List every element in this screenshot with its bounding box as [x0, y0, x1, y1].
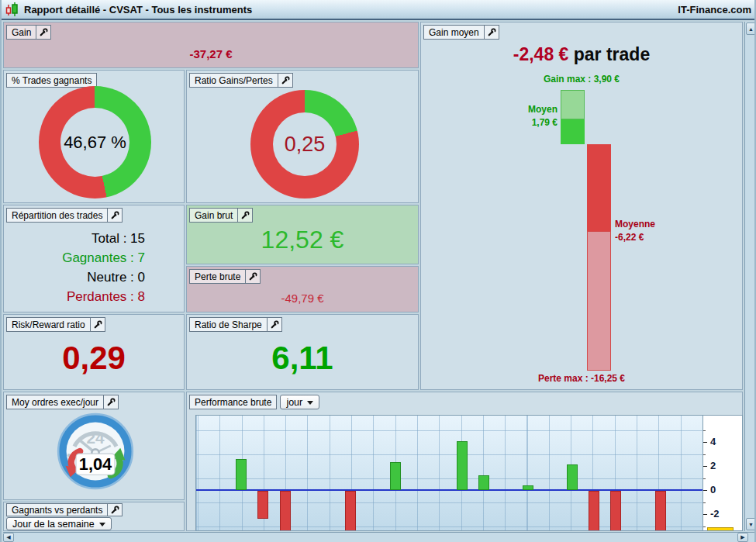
axis-label: 4	[710, 436, 716, 447]
ratio-panel-title: Ratio Gains/Pertes	[189, 73, 278, 88]
perf-bar	[589, 491, 599, 531]
wrench-icon	[110, 211, 119, 220]
repartition-row: Total : 15	[4, 229, 184, 248]
window-title: Rapport détaillé - CVSAT - Tous les inst…	[24, 4, 252, 16]
wrench-icon	[110, 506, 119, 515]
perte-moyenne-bar-segment	[587, 144, 611, 231]
gain-max-label: Gain max : 3,90 €	[421, 74, 742, 85]
wrench-icon	[248, 272, 257, 281]
gagnants-vs-settings-button[interactable]	[107, 503, 123, 516]
axis-label: -2	[710, 508, 720, 520]
perf-bar	[345, 491, 356, 531]
gagnants-vs-perdants-panel-title: Gagnants vs perdants	[6, 503, 108, 516]
risk-reward-panel: Risk/Reward ratio 0,29	[3, 314, 185, 390]
moy-ordres-panel-title: Moy ordres exec/jour	[6, 395, 104, 409]
repartition-panel-title: Répartition des trades	[6, 208, 108, 223]
performance-period-dropdown[interactable]: jour	[280, 395, 319, 409]
gain-brut-value: 12,52 €	[261, 226, 344, 254]
pct-trades-value: 46,67 %	[39, 86, 151, 199]
moyen-label-block: Moyen 1,79 €	[421, 103, 558, 129]
axis-minor-tick	[703, 430, 706, 431]
perf-bar	[457, 441, 468, 490]
gain-moyen-panel-title: Gain moyen	[423, 25, 485, 40]
period-dropdown-label: Jour de la semaine	[12, 519, 95, 530]
candlestick-icon	[5, 2, 20, 17]
repartition-rows: Total : 15Gagnantes : 7Neutre : 0Perdant…	[4, 229, 184, 306]
scroll-left-button[interactable]: ◀	[3, 533, 14, 542]
gain-moyen-settings-button[interactable]	[484, 25, 499, 40]
report-window: Rapport détaillé - CVSAT - Tous les inst…	[0, 0, 756, 542]
axis-minor-tick	[703, 454, 706, 455]
period-dropdown[interactable]: Jour de la semaine	[6, 517, 112, 530]
perf-bar	[390, 462, 401, 490]
chevron-down-icon	[99, 523, 105, 526]
gain-moyen-bar-segment	[561, 119, 585, 144]
gain-value: -37,27 €	[189, 47, 232, 60]
clock-24-label: 24	[86, 429, 105, 447]
wrench-icon	[106, 398, 116, 407]
gain-settings-button[interactable]	[36, 25, 51, 40]
ratio-donut: 0,25	[250, 90, 359, 199]
sharpe-panel: Ratio de Sharpe 6,11	[186, 314, 419, 390]
performance-brute-panel: Performance brute jour 420-2	[186, 392, 743, 531]
scroll-right-button[interactable]: ▶	[737, 533, 748, 542]
title-bar: Rapport détaillé - CVSAT - Tous les inst…	[2, 0, 756, 20]
repartition-panel: Répartition des trades Total : 15Gagnant…	[3, 205, 185, 312]
perf-bar	[236, 459, 247, 490]
axis-minor-tick	[703, 478, 706, 479]
repartition-row: Perdantes : 8	[4, 287, 184, 306]
moyenne-value: -6,22 €	[615, 231, 655, 244]
gain-panel: Gain -37,27 €	[3, 22, 419, 68]
zero-line	[196, 489, 702, 491]
brand-label: IT-Finance.com	[678, 4, 751, 16]
axis-tick	[703, 490, 707, 491]
moy-ordres-panel: Moy ordres exec/jour 24 1,04	[3, 392, 185, 500]
gagnants-vs-perdants-panel: Gagnants vs perdants Jour de la semaine	[3, 502, 185, 531]
gain-moyen-headline: -2,48 € par trade	[421, 44, 742, 65]
sharpe-value: 6,11	[271, 340, 333, 377]
axis-tick	[703, 442, 707, 443]
moy-ordres-settings-button[interactable]	[103, 395, 119, 409]
perf-bar	[478, 475, 489, 490]
perf-bar	[280, 491, 291, 531]
axis-value-badge	[707, 527, 734, 531]
axis-minor-tick	[703, 526, 706, 527]
perte-max-label: Perte max : -16,25 €	[421, 373, 742, 384]
ratio-value: 0,25	[250, 90, 359, 199]
horizontal-scrollbar[interactable]: ◀ ▶	[3, 532, 756, 542]
scroll-up-button[interactable]: ▲	[746, 22, 756, 35]
chevron-down-icon	[307, 401, 313, 405]
perf-bar	[257, 491, 268, 519]
perte-brute-value: -49,79 €	[281, 292, 323, 305]
repartition-row: Gagnantes : 7	[4, 248, 184, 268]
scroll-down-button[interactable]: ▼	[746, 518, 756, 530]
moyen-label: Moyen	[421, 103, 558, 116]
repartition-settings-button[interactable]	[107, 208, 123, 223]
perte-brute-panel-title: Perte brute	[189, 269, 246, 284]
gain-panel-title: Gain	[6, 25, 36, 40]
axis-tick	[703, 514, 707, 515]
performance-axis: 420-2	[703, 415, 743, 531]
vertical-scrollbar[interactable]: ▲ ▼	[744, 22, 756, 531]
wrench-icon	[281, 76, 290, 85]
wrench-icon	[39, 28, 48, 37]
moyenne-label: Moyenne	[615, 218, 655, 231]
axis-minor-tick	[703, 502, 706, 503]
axis-label: 2	[710, 460, 716, 471]
performance-panel-title: Performance brute	[189, 395, 277, 409]
axis-label: 0	[710, 484, 716, 495]
moy-ordres-value: 1,04	[79, 454, 112, 474]
repartition-row: Neutre : 0	[4, 268, 184, 287]
wrench-icon	[487, 28, 496, 37]
gain-brut-panel: Gain brut 12,52 €	[186, 205, 419, 264]
gain-moyen-headline-suffix: par trade	[568, 44, 650, 64]
perte-brute-settings-button[interactable]	[245, 269, 261, 284]
moyenne-label-block: Moyenne -6,22 €	[615, 218, 655, 244]
perte-max-bar-segment	[587, 231, 611, 371]
perte-brute-panel: Perte brute -49,79 €	[186, 266, 419, 312]
performance-period-label: jour	[286, 397, 302, 408]
perf-bar	[655, 491, 666, 531]
perf-bar	[567, 464, 578, 490]
gain-max-bar-segment	[561, 90, 585, 119]
ratio-settings-button[interactable]	[278, 73, 293, 88]
